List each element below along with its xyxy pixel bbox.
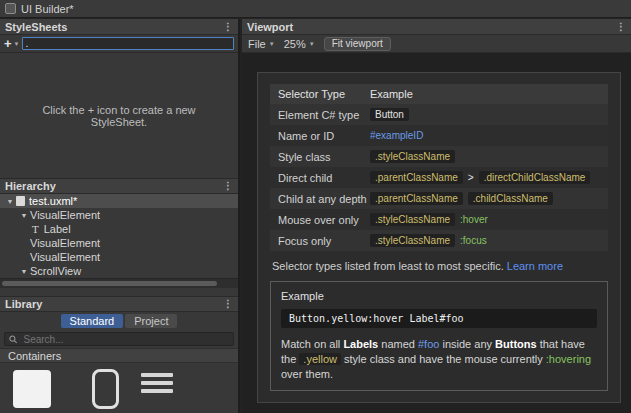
hierarchy-item-label: Label [44,223,71,235]
viewport-title: Viewport [247,21,293,33]
window-title: UI Builder* [21,3,74,15]
chevron-down-icon: ▼ [309,41,315,47]
new-selector-input[interactable] [22,37,234,50]
hierarchy-item-visualelement[interactable]: VisualElement [0,250,238,264]
selector-note: Selector types listed from least to most… [272,260,606,272]
selector-token: .styleClassName [370,234,455,247]
selector-row: Mouse over only.styleClassName:hover [270,209,608,230]
selector-token: Button [370,108,409,121]
selector-type-label: Mouse over only [270,214,370,226]
tab-standard[interactable]: Standard [61,314,124,328]
title-bar: UI Builder* [0,0,631,18]
foldout-arrow-icon[interactable]: ▼ [18,268,30,275]
selector-row: Element C# typeButton [270,104,608,125]
search-icon [9,335,17,344]
category-containers[interactable]: Containers [0,348,238,363]
learn-more-link[interactable]: Learn more [507,260,563,272]
zoom-dropdown[interactable]: 25% ▼ [284,38,315,50]
stylesheets-empty-message: Click the + icon to create a new StyleSh… [0,53,238,178]
list-line-icon [141,389,173,393]
tab-project[interactable]: Project [125,314,177,328]
selector-token: .styleClassName [370,213,455,226]
selector-cheatsheet-panel: Selector TypeExampleElement C# typeButto… [257,72,621,403]
list-line-icon [141,373,173,377]
selector-token: :hover [460,214,488,225]
file-menu[interactable]: File ▼ [248,38,275,50]
selector-token: .parentClassName [370,171,463,184]
example-segment: named [378,338,418,350]
search-field[interactable] [4,332,234,346]
library-menu-icon[interactable]: ⋮ [223,299,233,309]
selector-token: #exampleID [370,130,423,141]
hierarchy-item-visualelement[interactable]: VisualElement [0,236,238,250]
example-segment: over them. [281,368,333,380]
selector-example-cell: .styleClassName:focus [370,234,608,247]
selector-token: .childClassName [468,192,553,205]
column-header-selector-type: Selector Type [270,88,370,100]
selector-example-cell: .styleClassName:hover [370,213,608,226]
example-code: Button.yellow:hover Label#foo [281,309,597,328]
hierarchy-item-testuxml[interactable]: ▼test.uxml* [0,194,238,208]
viewport-menu-icon[interactable]: ⋮ [616,22,626,32]
selector-example-cell: .parentClassName>.directChildClassName [370,171,608,184]
selector-type-label: Style class [270,151,370,163]
library-search-row [0,330,238,348]
hierarchy-item-label: VisualElement [30,237,100,249]
ui-builder-window: UI Builder* StyleSheets ⋮ + ▼ Click the … [0,0,631,413]
selector-token: :focus [460,235,487,246]
add-selector-button[interactable]: + [4,37,12,50]
foldout-arrow-icon[interactable]: ▼ [18,212,30,219]
hierarchy-item-visualelement[interactable]: ▼VisualElement [0,208,238,222]
selector-table-header: Selector TypeExample [270,84,608,104]
zoom-level: 25% [284,38,306,50]
example-title: Example [281,290,597,302]
selector-example-cell: .styleClassName [370,150,608,163]
selector-token: .styleClassName [370,150,455,163]
selector-token: > [468,172,474,183]
hierarchy-tree: ▼test.uxml*▼VisualElementTLabelVisualEle… [0,194,238,278]
hierarchy-item-scrollview[interactable]: ▼ScrollView [0,264,238,278]
scrollbar-thumb[interactable] [2,281,217,286]
hierarchy-spacer [0,288,238,296]
hierarchy-menu-icon[interactable]: ⋮ [223,181,233,191]
example-segment: Labels [343,338,378,350]
foldout-arrow-icon[interactable]: ▼ [4,198,16,205]
hierarchy-horizontal-scrollbar[interactable] [0,278,238,288]
add-selector-dropdown-icon[interactable]: ▼ [14,41,20,47]
selector-row: Name or ID#exampleID [270,125,608,146]
fit-viewport-button[interactable]: Fit viewport [324,37,391,51]
stylesheets-title: StyleSheets [5,21,67,33]
hierarchy-item-label: test.uxml* [29,195,77,207]
viewport-header: Viewport ⋮ [242,19,631,35]
example-segment: :hovering [546,353,591,365]
selector-type-label: Child at any depth [270,193,370,205]
selector-type-label: Name or ID [270,130,370,142]
selector-row: Focus only.styleClassName:focus [270,230,608,251]
list-line-icon [141,381,173,385]
selector-token: .parentClassName [370,192,463,205]
library-header: Library ⋮ [0,296,238,312]
hierarchy-header: Hierarchy ⋮ [0,178,238,194]
column-header-example: Example [370,88,608,100]
selector-type-label: Focus only [270,235,370,247]
visual-element-thumbnail[interactable] [13,370,51,408]
example-segment: .yellow [299,353,341,365]
hierarchy-item-label[interactable]: TLabel [0,222,238,236]
selector-example-cell: .parentClassName.childClassName [370,192,608,205]
label-text-icon: T [32,224,39,235]
left-pane: StyleSheets ⋮ + ▼ Click the + icon to cr… [0,19,240,413]
hierarchy-title: Hierarchy [5,180,56,192]
ui-builder-icon [5,3,16,14]
list-view-thumbnail[interactable] [141,373,173,397]
category-label: Containers [8,350,61,362]
viewport-canvas[interactable]: Selector TypeExampleElement C# typeButto… [242,53,631,413]
example-paragraph: Match on all Labels named #foo inside an… [281,337,597,382]
stylesheets-menu-icon[interactable]: ⋮ [223,22,233,32]
hierarchy-item-label: VisualElement [30,209,100,221]
selector-type-label: Direct child [270,172,370,184]
search-input[interactable] [21,333,229,346]
file-menu-label: File [248,38,266,50]
selector-example-cell: #exampleID [370,130,608,141]
scroll-view-thumbnail[interactable] [92,369,119,409]
viewport-pane: Viewport ⋮ File ▼ 25% ▼ Fit viewport Sel… [242,19,631,413]
